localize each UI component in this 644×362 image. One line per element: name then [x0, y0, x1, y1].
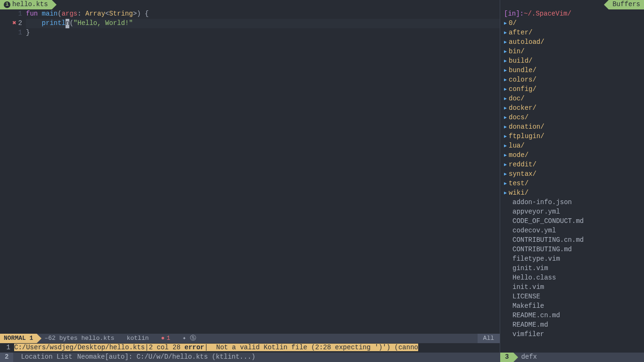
dir-name: reddit/	[509, 160, 537, 170]
status-icons: ✦ Ⓢ	[175, 334, 201, 343]
chevron-right-icon: ▶	[504, 49, 507, 55]
chevron-right-icon: ▶	[504, 171, 507, 178]
file-name: filetype.vim	[504, 255, 560, 264]
tree-dir-item[interactable]: ▶mode/	[500, 151, 644, 160]
tree-file-item[interactable]: addon-info.json	[500, 198, 644, 207]
chevron-right-icon: ▶	[504, 133, 507, 140]
line-number: 2	[18, 19, 22, 28]
tree-file-item[interactable]: CONTRIBUTING.md	[500, 245, 644, 255]
dir-name: config/	[509, 85, 537, 94]
tree-dir-item[interactable]: ▶doc/	[500, 94, 644, 104]
chevron-right-icon: ▶	[504, 143, 507, 149]
code-line-2[interactable]: println("Hello, World!"	[26, 19, 500, 28]
file-name: addon-info.json	[504, 198, 572, 207]
status-errors: ●1	[153, 334, 175, 343]
chevron-right-icon: ▶	[504, 39, 507, 46]
chevron-right-icon: ▶	[504, 30, 507, 36]
file-name: Makefile	[504, 302, 544, 311]
tree-file-item[interactable]: LICENSE	[500, 292, 644, 302]
line-number: 1	[18, 28, 22, 38]
tab-number: 1	[4, 1, 10, 8]
tree-file-item[interactable]: init.vim	[500, 283, 644, 292]
dir-name: syntax/	[509, 170, 537, 179]
tree-file-item[interactable]: appveyor.yml	[500, 207, 644, 217]
tree-file-item[interactable]: filetype.vim	[500, 255, 644, 264]
tree-dir-item[interactable]: ▶syntax/	[500, 170, 644, 179]
neomake-status: Neomake[auto]: C:/U/w/D/hello.kts (ktlin…	[77, 353, 256, 362]
dir-name: autoload/	[509, 38, 545, 47]
error-icon: ✖	[12, 19, 16, 28]
loclist-title: Location List	[13, 353, 77, 362]
chevron-right-icon: ▶	[504, 96, 507, 102]
tree-file-item[interactable]: CONTRIBUTING.cn.md	[500, 236, 644, 245]
tree-dir-item[interactable]: ▶reddit/	[500, 160, 644, 170]
tree-file-item[interactable]: codecov.yml	[500, 226, 644, 236]
tree-dir-item[interactable]: ▶0/	[500, 19, 644, 28]
chevron-right-icon: ▶	[504, 20, 507, 27]
tree-dir-item[interactable]: ▶docs/	[500, 113, 644, 123]
chevron-right-icon: ▶	[504, 152, 507, 159]
tree-dir-item[interactable]: ▶build/	[500, 57, 644, 66]
code-line-1[interactable]: fun main(args: Array<String>) {	[26, 9, 500, 19]
loclist-statusline: 2 Location List Neomake[auto]: C:/U/w/D/…	[0, 353, 500, 362]
gutter: 1 ✖2 1	[0, 9, 26, 334]
file-name: CONTRIBUTING.md	[504, 245, 572, 255]
tree-file-item[interactable]: README.cn.md	[500, 311, 644, 321]
status-file-info: – 62 bytes hello.kts	[37, 334, 119, 343]
tree-file-item[interactable]: Makefile	[500, 302, 644, 311]
code-area[interactable]: fun main(args: Array<String>) { println(…	[26, 9, 500, 334]
tree-dir-item[interactable]: ▶colors/	[500, 75, 644, 85]
chevron-right-icon: ▶	[504, 181, 507, 187]
tree-file-item[interactable]: CODE_OF_CONDUCT.md	[500, 217, 644, 226]
loclist-line-number: 1	[0, 343, 14, 353]
tree-file-item[interactable]: ginit.vim	[500, 264, 644, 273]
tree-dir-item[interactable]: ▶test/	[500, 179, 644, 189]
tree-dir-item[interactable]: ▶bundle/	[500, 66, 644, 75]
file-name: CODE_OF_CONDUCT.md	[504, 217, 584, 226]
chevron-right-icon: ▶	[504, 86, 507, 93]
status-filetype: kotlin	[119, 334, 154, 343]
editor-pane: 1 hello.kts 1 ✖2 1 fun main(args: Array<…	[0, 0, 500, 362]
dir-name: docker/	[509, 104, 537, 113]
file-name: CONTRIBUTING.cn.md	[504, 236, 584, 245]
tree-list[interactable]: ▶0/▶after/▶autoload/▶bin/▶build/▶bundle/…	[500, 19, 644, 353]
tree-dir-item[interactable]: ▶config/	[500, 85, 644, 94]
file-name: ginit.vim	[504, 264, 548, 273]
tree-dir-item[interactable]: ▶bin/	[500, 47, 644, 57]
tree-dir-item[interactable]: ▶donation/	[500, 123, 644, 132]
tab-bar: 1 hello.kts	[0, 0, 500, 9]
location-list-entry[interactable]: 1 C:/Users/wsdjeg/Desktop/hello.kts|2 co…	[0, 343, 500, 353]
dir-name: ftplugin/	[509, 132, 545, 141]
mode-indicator: NORMAL 1	[0, 334, 37, 343]
chevron-right-icon: ▶	[504, 67, 507, 74]
tree-file-item[interactable]: Hello.class	[500, 273, 644, 283]
status-position: All	[478, 334, 500, 343]
dir-name: 0/	[509, 19, 517, 28]
tree-dir-item[interactable]: ▶wiki/	[500, 189, 644, 198]
tree-dir-item[interactable]: ▶lua/	[500, 141, 644, 151]
file-name: README.cn.md	[504, 311, 560, 321]
tree-file-item[interactable]: vimfiler	[500, 330, 644, 339]
file-name: Hello.class	[504, 273, 556, 283]
code-line-3[interactable]: }	[26, 28, 500, 38]
tree-dir-item[interactable]: ▶autoload/	[500, 38, 644, 47]
dir-name: wiki/	[509, 189, 528, 198]
tab-hello-kts[interactable]: 1 hello.kts	[0, 0, 52, 9]
dir-name: lua/	[509, 141, 525, 151]
dir-name: bin/	[509, 47, 525, 57]
chevron-right-icon: ▶	[504, 105, 507, 112]
window-number: 3	[500, 353, 513, 362]
tree-dir-item[interactable]: ▶ftplugin/	[500, 132, 644, 141]
buffers-tab[interactable]: Buffers	[609, 0, 644, 9]
file-name: README.md	[504, 321, 548, 330]
tree-file-item[interactable]: README.md	[500, 321, 644, 330]
file-name: init.vim	[504, 283, 544, 292]
statusline: NORMAL 1 – 62 bytes hello.kts kotlin ●1 …	[0, 334, 500, 343]
file-name: codecov.yml	[504, 226, 556, 236]
tree-dir-item[interactable]: ▶after/	[500, 28, 644, 38]
chevron-right-icon: ▶	[504, 124, 507, 131]
dir-name: after/	[509, 28, 532, 38]
editor-area[interactable]: 1 ✖2 1 fun main(args: Array<String>) { p…	[0, 9, 500, 334]
tree-dir-item[interactable]: ▶docker/	[500, 104, 644, 113]
tab-filename: hello.kts	[12, 0, 48, 9]
